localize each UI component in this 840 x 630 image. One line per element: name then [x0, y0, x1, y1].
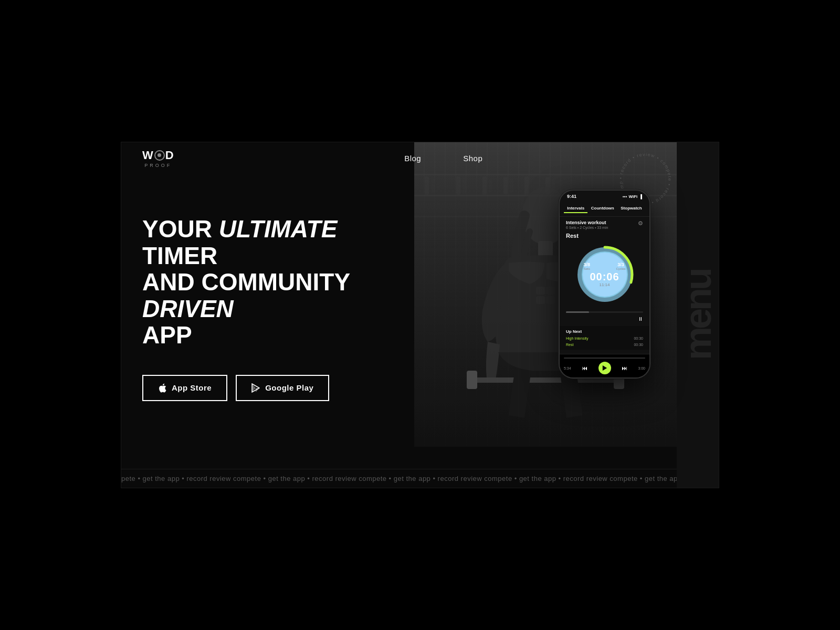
hero-title-line1: YOUR ULTIMATE TIMER	[142, 215, 337, 269]
phone-player-controls: 5:34 ⏮ ⏭ 3:00	[564, 362, 645, 374]
phone-pause-row: ⏸	[560, 316, 649, 324]
phone-track-bar	[564, 358, 645, 359]
nav: Blog Shop	[404, 154, 482, 163]
play-pause-button[interactable]	[598, 362, 611, 374]
signal-icon: ▪▪▪	[623, 194, 627, 199]
phone-tabs: Intervals Countdown Stopwatch	[560, 201, 649, 217]
svg-marker-30	[602, 365, 606, 371]
nav-shop[interactable]: Shop	[463, 154, 482, 163]
svg-rect-18	[538, 241, 553, 257]
main-container: W D PROOF Blog Shop • record • review • …	[121, 142, 719, 488]
svg-rect-20	[546, 287, 555, 295]
hero-title-line3: APP	[142, 321, 192, 349]
prev-track-button[interactable]: ⏮	[582, 365, 587, 371]
phone-up-next-time2: 00:30	[634, 343, 643, 346]
logo: W D PROOF	[142, 149, 174, 168]
app-store-button[interactable]: App Store	[142, 375, 227, 401]
phone-up-next-time1: 00:30	[634, 337, 643, 340]
player-time-left: 5:34	[564, 366, 571, 370]
battery-icon: ▐	[639, 194, 642, 199]
timer-cycles: 3/3 Cycles	[616, 262, 625, 270]
hero-title: YOUR ULTIMATE TIMER AND COMMUNITY DRIVEN…	[142, 216, 368, 349]
play-icon	[251, 383, 260, 393]
svg-rect-19	[536, 287, 545, 295]
phone-next-item1: High Intensity 00:30	[566, 336, 643, 340]
phone-status-bar: 9:41 ▪▪▪ WiFi ▐	[560, 191, 649, 201]
app-store-label: App Store	[172, 383, 212, 392]
hero-content: YOUR ULTIMATE TIMER AND COMMUNITY DRIVEN…	[142, 216, 368, 401]
timer-circle: 3/8 Sets 3/3 Cycles 00:06 11:14	[573, 243, 636, 306]
hero-title-line2: AND COMMUNITY DRIVEN	[142, 268, 350, 322]
phone-workout-sub: 6 Sets • 2 Cycles • 33 min	[566, 226, 608, 229]
settings-icon[interactable]: ⚙	[638, 220, 643, 227]
phone-up-next-item1-label: High Intensity	[566, 337, 588, 340]
next-track-button[interactable]: ⏭	[622, 365, 627, 371]
phone-workout-header: Intensive workout 6 Sets • 2 Cycles • 33…	[560, 217, 649, 233]
timer-total: 11:14	[584, 282, 626, 287]
phone-progress-fill	[566, 311, 589, 313]
phone-up-next: Up Next High Intensity 00:30 Rest 00:30	[560, 326, 649, 350]
cta-buttons: App Store Google Play	[142, 375, 368, 401]
logo-w: W	[142, 149, 154, 162]
menu-vertical-text: menu	[676, 270, 719, 360]
svg-rect-24	[467, 371, 477, 389]
hero-ultimate: ULTIMATE	[219, 215, 338, 243]
timer-sets: 3/8 Sets	[584, 262, 591, 270]
phone-workout-info: Intensive workout 6 Sets • 2 Cycles • 33…	[566, 220, 608, 229]
tab-countdown[interactable]: Countdown	[588, 204, 617, 213]
svg-rect-21	[536, 296, 545, 304]
pause-icon[interactable]: ⏸	[638, 316, 643, 322]
phone-progress-bar	[566, 311, 643, 313]
phone-next-item2: Rest 00:30	[566, 342, 643, 346]
google-play-label: Google Play	[265, 383, 313, 392]
player-time-right: 3:00	[638, 366, 645, 370]
phone-icons: ▪▪▪ WiFi ▐	[623, 194, 642, 199]
timer-circle-area: 3/8 Sets 3/3 Cycles 00:06 11:14	[560, 241, 649, 308]
logo-text: W D	[142, 149, 174, 162]
ticker-content: pete • get the app • record review compe…	[121, 475, 677, 482]
phone-workout-title: Intensive workout	[566, 220, 608, 225]
logo-dot	[158, 153, 161, 157]
logo-ring	[154, 150, 165, 161]
timer-display: 00:06	[584, 271, 626, 282]
menu-panel[interactable]: menu	[677, 142, 719, 488]
timer-inner: 3/8 Sets 3/3 Cycles 00:06 11:14	[584, 262, 626, 287]
logo-d: D	[165, 149, 174, 162]
phone-player: 5:34 ⏮ ⏭ 3:00	[560, 354, 649, 377]
google-play-button[interactable]: Google Play	[236, 375, 329, 401]
header: W D PROOF Blog Shop • record • review • …	[121, 142, 719, 174]
phone-time: 9:41	[567, 194, 576, 199]
phone-up-next-title: Up Next	[566, 329, 643, 334]
phone-phase-label: Rest	[560, 233, 649, 241]
phone-up-next-item2-label: Rest	[566, 343, 573, 346]
logo-bottom: PROOF	[144, 163, 172, 168]
svg-rect-22	[546, 296, 555, 304]
phone-mockup: 9:41 ▪▪▪ WiFi ▐ Intervals Countdown Stop…	[559, 190, 650, 379]
nav-blog[interactable]: Blog	[404, 154, 421, 163]
wifi-icon: WiFi	[629, 194, 638, 199]
hero-driven: DRIVEN	[142, 295, 234, 322]
apple-icon	[158, 383, 166, 393]
ticker-bar: pete • get the app • record review compe…	[121, 469, 677, 488]
timer-stats: 3/8 Sets 3/3 Cycles	[584, 262, 626, 270]
tab-intervals[interactable]: Intervals	[564, 204, 587, 213]
tab-stopwatch[interactable]: Stopwatch	[617, 204, 645, 213]
